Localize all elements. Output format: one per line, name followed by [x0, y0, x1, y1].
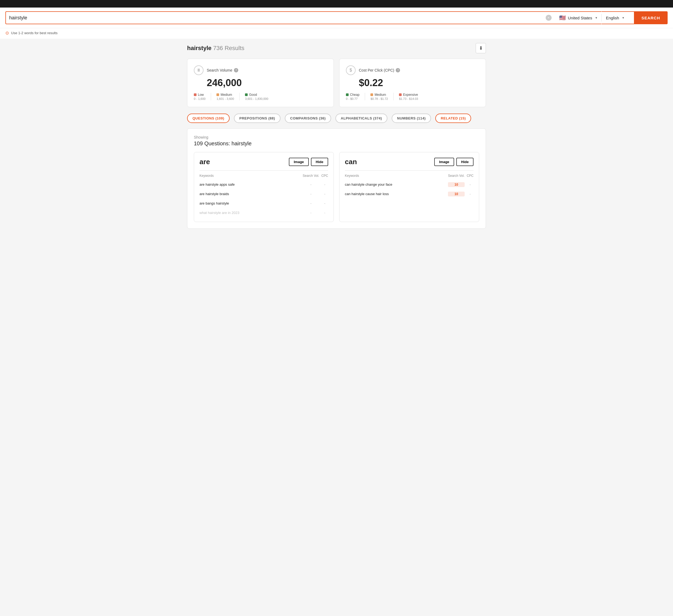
tab-numbers[interactable]: NUMBERS (114) — [392, 113, 431, 123]
kw-vol: - — [302, 183, 319, 187]
search-volume-label: Search Volume — [207, 68, 232, 72]
country-flag: 🇺🇸 — [559, 15, 566, 21]
expensive-range: $1.73 - $14.03 — [399, 97, 418, 100]
good-range: 3,601 - 1,830,000 — [245, 97, 268, 100]
legend-cheap: Cheap 0 - $0.77 — [346, 93, 360, 100]
clear-button[interactable]: × — [546, 15, 551, 21]
kw-text: what hairstyle are in 2023 — [200, 209, 300, 216]
good-dot — [245, 93, 248, 96]
group-word-can: can — [345, 158, 357, 166]
questions-title: 109 Questions: hairstyle — [194, 140, 479, 147]
metrics-row: ⏸ Search Volume ? 246,000 Low 0 - 1,600 — [187, 59, 486, 107]
search-input-container: × — [5, 11, 555, 24]
search-input[interactable] — [9, 15, 546, 21]
country-selector[interactable]: 🇺🇸 United States ▾ — [555, 11, 601, 24]
cheap-dot — [346, 93, 349, 96]
language-name: English — [606, 16, 619, 20]
kw-vol: - — [302, 201, 319, 205]
questions-panel: Showing 109 Questions: hairstyle are Ima… — [187, 128, 486, 229]
question-group-are: are Image Hide Keywords Search Vol. CPC … — [194, 152, 334, 222]
kw-cpc: - — [467, 192, 473, 196]
medium-cpc-range: $0.78 - $1.72 — [371, 97, 388, 100]
image-button-are[interactable]: Image — [289, 158, 309, 166]
hint-bar: ⊙ Use 1-2 words for best results — [0, 28, 673, 39]
chevron-down-icon: ▾ — [622, 16, 624, 20]
kw-text: can hairstyle cause hair loss — [345, 190, 446, 198]
results-title: hairstyle 736 Results — [187, 45, 244, 52]
questions-showing: Showing — [194, 135, 479, 139]
low-label: Low — [198, 93, 204, 97]
tab-prepositions[interactable]: PREPOSITIONS (88) — [234, 113, 280, 123]
questions-grid: are Image Hide Keywords Search Vol. CPC … — [194, 152, 479, 222]
hint-text: Use 1-2 words for best results — [11, 31, 58, 35]
questions-count: 109 Questions: — [194, 140, 230, 146]
cpc-card: $ Cost Per Click (CPC) ? $0.22 Cheap 0 -… — [339, 59, 486, 107]
medium-label: Medium — [220, 93, 232, 97]
chevron-down-icon: ▾ — [596, 16, 597, 20]
hint-icon: ⊙ — [5, 30, 9, 35]
tab-questions[interactable]: QUESTIONS (109) — [187, 113, 230, 123]
kw-cpc: - — [321, 192, 328, 196]
kw-cpc: - — [321, 201, 328, 205]
col-cpc-are: CPC — [321, 174, 328, 179]
country-name: United States — [568, 16, 592, 20]
search-volume-legend: Low 0 - 1,600 Medium 1,601 - 3,600 — [194, 93, 327, 100]
col-vol-are: Search Vol. — [302, 174, 319, 179]
cpc-label: Cost Per Click (CPC) — [359, 68, 394, 72]
kw-vol: - — [302, 209, 319, 216]
search-volume-help-icon[interactable]: ? — [234, 68, 238, 72]
language-selector[interactable]: English ▾ — [602, 11, 634, 24]
col-vol-can: Search Vol. — [448, 174, 464, 179]
legend-medium: Medium 1,601 - 3,600 — [216, 93, 234, 100]
expensive-label: Expensive — [403, 93, 418, 97]
cpc-legend: Cheap 0 - $0.77 Medium $0.78 - $1.72 — [346, 93, 479, 100]
questions-keyword: hairstyle — [232, 140, 251, 146]
expensive-dot — [399, 93, 402, 96]
low-range: 0 - 1,600 — [194, 97, 205, 100]
question-group-can: can Image Hide Keywords Search Vol. CPC … — [339, 152, 479, 222]
download-button[interactable]: ⬇ — [476, 43, 486, 53]
search-volume-value: 246,000 — [207, 77, 327, 88]
cheap-label: Cheap — [350, 93, 360, 97]
results-keyword: hairstyle — [187, 45, 212, 51]
medium-cpc-label: Medium — [375, 93, 386, 97]
kw-vol-highlight: 10 — [448, 182, 464, 187]
hide-button-are[interactable]: Hide — [311, 158, 328, 166]
legend-good: Good 3,601 - 1,830,000 — [245, 93, 268, 100]
medium-range: 1,601 - 3,600 — [216, 97, 234, 100]
medium-dot — [216, 93, 219, 96]
tabs-row: QUESTIONS (109) PREPOSITIONS (88) COMPAR… — [187, 113, 486, 123]
kw-cpc: - — [467, 183, 473, 187]
top-bar — [0, 0, 673, 8]
legend-expensive: Expensive $1.73 - $14.03 — [399, 93, 418, 100]
tab-related[interactable]: RELATED (15) — [435, 113, 471, 123]
cpc-help-icon[interactable]: ? — [396, 68, 400, 72]
col-keywords-are: Keywords — [200, 174, 300, 179]
kw-vol: - — [302, 192, 319, 196]
tab-comparisons[interactable]: COMPARISONS (36) — [285, 113, 331, 123]
kw-text: are bangs hairstyle — [200, 200, 300, 207]
search-button[interactable]: SEARCH — [634, 11, 668, 24]
cheap-range: 0 - $0.77 — [346, 97, 360, 100]
image-button-can[interactable]: Image — [434, 158, 454, 166]
legend-medium-cpc: Medium $0.78 - $1.72 — [371, 93, 388, 100]
results-header: hairstyle 736 Results ⬇ — [187, 43, 486, 53]
col-cpc-can: CPC — [467, 174, 473, 179]
kw-text: are hairstyle apps safe — [200, 181, 300, 188]
tab-alphabeticals[interactable]: ALPHABETICALS (374) — [335, 113, 387, 123]
kw-vol-highlight: 10 — [448, 192, 464, 197]
hide-button-can[interactable]: Hide — [456, 158, 473, 166]
low-dot — [194, 93, 197, 96]
kw-text: can hairstyle change your face — [345, 181, 446, 188]
kw-cpc: - — [321, 183, 328, 187]
search-volume-card: ⏸ Search Volume ? 246,000 Low 0 - 1,600 — [187, 59, 334, 107]
group-word-are: are — [200, 158, 210, 166]
col-keywords-can: Keywords — [345, 174, 446, 179]
legend-low: Low 0 - 1,600 — [194, 93, 205, 100]
results-count: 736 Results — [213, 45, 244, 51]
search-volume-icon: ⏸ — [194, 65, 204, 75]
kw-cpc: - — [321, 209, 328, 216]
kw-text: are hairstyle braids — [200, 190, 300, 198]
search-bar-wrapper: × 🇺🇸 United States ▾ English ▾ SEARCH — [0, 8, 673, 28]
cpc-icon: $ — [346, 65, 356, 75]
